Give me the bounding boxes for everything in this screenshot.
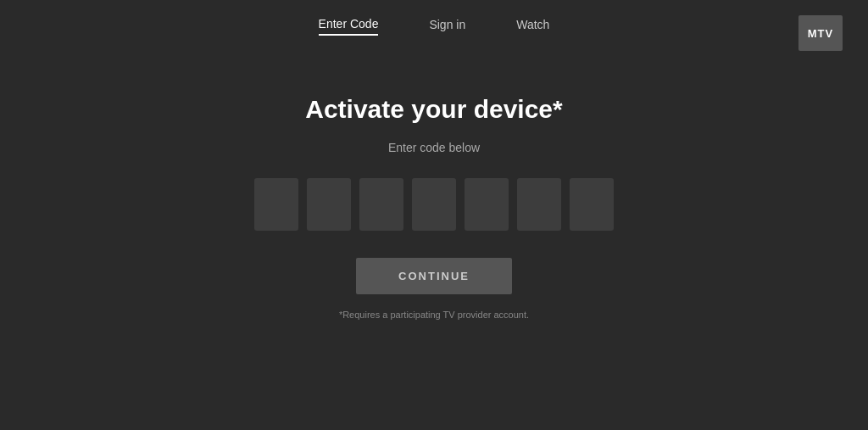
code-box-7[interactable] [570, 178, 614, 231]
continue-button[interactable]: CONTINUE [356, 258, 512, 294]
header: Enter Code Sign in Watch MTV [0, 0, 868, 53]
code-box-2[interactable] [307, 178, 351, 231]
tab-enter-code[interactable]: Enter Code [319, 17, 379, 36]
code-box-1[interactable] [254, 178, 298, 231]
code-box-3[interactable] [359, 178, 403, 231]
code-box-5[interactable] [465, 178, 509, 231]
disclaimer-text: *Requires a participating TV provider ac… [339, 310, 529, 320]
mtv-logo-text: MTV [808, 27, 833, 40]
nav-tabs: Enter Code Sign in Watch [319, 17, 550, 36]
main-content: Activate your device* Enter code below C… [0, 53, 868, 320]
subtitle: Enter code below [388, 141, 480, 154]
code-box-4[interactable] [412, 178, 456, 231]
mtv-logo: MTV [798, 15, 843, 51]
code-box-6[interactable] [517, 178, 561, 231]
tab-watch[interactable]: Watch [516, 18, 549, 35]
page-title: Activate your device* [305, 95, 562, 124]
tab-sign-in[interactable]: Sign in [429, 18, 465, 35]
code-input-group [254, 178, 614, 231]
